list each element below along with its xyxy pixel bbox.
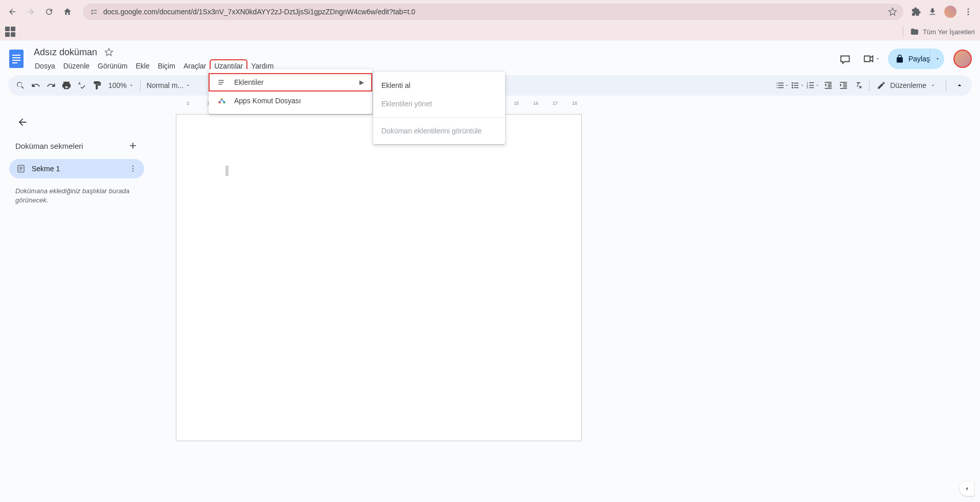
svg-rect-17 [809,85,814,86]
menu-tools[interactable]: Araçlar [179,60,210,72]
forward-button[interactable] [24,5,38,19]
separator [903,27,903,37]
profile-avatar-icon[interactable] [944,6,956,18]
spellcheck-button[interactable] [75,78,89,93]
redo-button[interactable] [44,78,58,93]
meet-button[interactable] [861,49,882,69]
all-bookmarks-link[interactable]: Tüm Yer İşaretleri [923,28,975,36]
undo-button[interactable] [29,78,43,93]
search-menus-button[interactable] [13,78,28,93]
checklist-button[interactable] [775,78,789,93]
home-icon [63,7,72,16]
menu-format[interactable]: Biçim [154,60,179,72]
addons-icon [217,77,227,87]
get-addons-item[interactable]: Eklenti al [373,76,505,95]
clear-formatting-button[interactable] [852,78,866,93]
separator [946,80,946,91]
decrease-indent-button[interactable] [821,78,835,93]
chevron-down-icon [186,83,191,88]
separator [373,117,505,118]
menu-insert[interactable]: Ekle [131,60,153,72]
tabs-panel-title: Doküman sekmeleri [15,142,83,150]
svg-point-29 [132,171,133,172]
pencil-icon [877,81,886,90]
print-button[interactable] [59,78,74,93]
url-bar[interactable]: docs.google.com/document/d/1Sx3nV_7xXN0k… [83,4,903,20]
bookmark-star-icon[interactable] [888,7,897,16]
video-icon [863,53,874,64]
svg-point-2 [968,13,969,15]
arrow-left-icon [8,7,17,16]
chevron-down-icon [129,83,134,88]
site-settings-icon[interactable] [89,7,99,17]
svg-rect-11 [794,85,799,86]
apps-script-icon [217,96,227,106]
svg-point-27 [132,166,133,167]
svg-rect-7 [12,62,17,63]
addons-submenu: Eklenti al Eklentileri yönet Doküman ekl… [373,72,505,144]
vertical-ruler[interactable] [0,171,8,502]
back-button[interactable] [5,5,19,19]
view-doc-addons-item[interactable]: Doküman eklentilerini görüntüle [373,122,505,140]
paint-format-button[interactable] [90,78,104,93]
tab-menu-button[interactable] [129,165,137,173]
document-page[interactable] [176,114,582,441]
svg-rect-13 [794,87,799,88]
svg-rect-15 [809,82,814,83]
chevron-down-icon [800,83,804,87]
share-dropdown-button[interactable] [930,49,944,69]
extensions-dropdown: Eklentiler ▶ Apps Komut Dosyası [209,69,372,114]
arrow-right-icon [26,7,35,16]
home-button[interactable] [60,5,75,19]
downloads-icon[interactable] [928,7,937,16]
addons-menu-item[interactable]: Eklentiler ▶ [209,73,372,92]
bookmarks-bar: Tüm Yer İşaretleri [0,23,980,40]
menu-edit[interactable]: Düzenle [59,60,94,72]
docs-logo-icon[interactable] [6,49,27,69]
reload-button[interactable] [42,5,56,19]
zoom-dropdown[interactable]: 100% [105,78,137,93]
manage-addons-item[interactable]: Eklentileri yönet [373,95,505,113]
apps-grid-icon[interactable] [5,27,15,37]
document-title[interactable]: Adsız doküman [31,46,100,59]
svg-point-1 [968,11,969,12]
clear-format-icon [854,81,863,90]
chevron-left-icon [963,485,970,492]
increase-indent-button[interactable] [836,78,851,93]
collapse-toolbar-button[interactable] [952,78,967,93]
tab-doc-icon [16,164,26,173]
print-icon [62,81,71,90]
indent-increase-icon [839,81,848,90]
text-cursor [225,166,229,176]
tab-1[interactable]: Sekme 1 [9,159,144,178]
close-panel-button[interactable] [14,114,31,130]
account-avatar-icon[interactable] [953,50,972,68]
chevron-down-icon [785,83,789,87]
svg-point-12 [792,87,793,88]
tab-label: Sekme 1 [32,165,60,173]
chevron-down-icon [875,56,880,61]
chrome-menu-icon[interactable] [964,7,973,16]
extensions-icon[interactable] [911,7,921,16]
editing-mode-button[interactable]: Düzenleme [873,77,940,94]
side-panel-toggle[interactable] [960,482,974,496]
undo-icon [31,81,40,90]
bulleted-list-button[interactable] [790,78,805,93]
tabs-hint-text: Dokümana eklediğiniz başlıklar burada gö… [6,182,147,209]
comments-button[interactable] [835,49,855,69]
menu-file[interactable]: Dosya [31,60,59,72]
add-tab-button[interactable] [128,141,138,151]
share-label: Paylaş [908,55,930,63]
menu-view[interactable]: Görünüm [94,60,131,72]
redo-icon [47,81,56,90]
numbered-list-button[interactable]: 123 [806,78,820,93]
svg-point-10 [792,85,793,86]
arrow-left-icon [17,117,28,128]
styles-dropdown[interactable]: Normal m... [144,78,194,93]
separator [869,80,870,91]
docs-header: Adsız doküman Dosya Düzenle Görünüm Ekle… [0,40,980,73]
apps-script-menu-item[interactable]: Apps Komut Dosyası [209,92,372,110]
reload-icon [44,7,54,16]
browser-chrome: docs.google.com/document/d/1Sx3nV_7xXN0k… [0,0,980,23]
star-icon[interactable] [104,48,113,57]
